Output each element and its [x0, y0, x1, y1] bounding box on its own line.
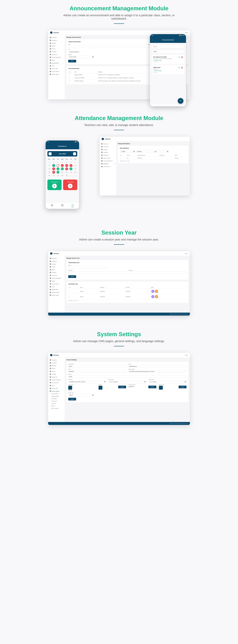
file-chooser[interactable]: Choose File No file chosen	[68, 51, 80, 52]
cal-day[interactable]: 30	[52, 161, 56, 164]
name-input[interactable]	[68, 266, 107, 269]
sidebar-item[interactable]: Announcement	[48, 381, 65, 384]
sidebar-item-dashboard[interactable]: Dashboard	[48, 36, 65, 39]
cal-day-present[interactable]: 17	[70, 168, 72, 170]
sidebar-item[interactable]: Holiday List	[100, 154, 116, 156]
sidebar-item[interactable]: Academics	[48, 362, 65, 364]
sidebar-item-session[interactable]: Session Year	[48, 288, 65, 291]
prev-month-button[interactable]: ‹	[49, 152, 52, 155]
tz-select[interactable]: Asia/Kolkata - GMT +05:30 - India Time	[68, 380, 106, 383]
start-input[interactable]	[68, 272, 126, 274]
next-month-button[interactable]: ›	[73, 152, 76, 155]
cal-day[interactable]: 25	[74, 171, 77, 174]
sidebar-item[interactable]: Exam	[48, 285, 65, 288]
sidebar-item[interactable]: Academics	[100, 145, 116, 148]
sidebar-item-announcement[interactable]: Announcement ✓	[48, 62, 65, 64]
sidebar-item[interactable]: Parents	[48, 268, 65, 271]
schoolname-input[interactable]	[68, 365, 126, 368]
cal-day-absent[interactable]: 16	[65, 168, 68, 170]
attachment-link[interactable]: 1 Attachment(s)	[153, 70, 182, 71]
announcement-card[interactable]: ✎ 🗑 live classes for maths live classes …	[152, 55, 184, 64]
cal-day[interactable]: 24	[69, 171, 73, 174]
nav-assign[interactable]	[61, 204, 64, 208]
sidebar-item-settings[interactable]: System Settings	[48, 70, 65, 73]
sidebar-item[interactable]: Student Assignment	[48, 378, 65, 381]
delete-icon[interactable]: 🗑	[181, 56, 183, 58]
subject-dropdown[interactable]: Maths⌄	[152, 50, 184, 54]
cal-day[interactable]: 5	[48, 164, 51, 167]
attachment-link[interactable]: 1 Attachment(s)	[153, 60, 182, 61]
sidebar-item-students[interactable]: Students	[48, 42, 65, 44]
sidebar-item[interactable]: Academics	[48, 260, 65, 262]
sidebar-item[interactable]: Holiday List	[48, 274, 65, 277]
sidebar-item-holiday[interactable]: Holiday List	[48, 53, 65, 56]
cal-day[interactable]: 29	[60, 174, 64, 177]
user-badge[interactable]: Super	[185, 354, 188, 356]
sidebar-item-settings[interactable]: System Settings	[48, 390, 65, 392]
cal-day[interactable]: 1	[60, 161, 64, 164]
sidebar-item[interactable]: Exam	[48, 384, 65, 387]
sidebar-sub-item[interactable]: Terms & Condition	[48, 407, 65, 410]
theme-swatch[interactable]	[68, 386, 72, 390]
sidebar-sub-item[interactable]: General Settings	[48, 392, 65, 395]
sidebar-sub-item[interactable]: Contact Us	[48, 402, 65, 405]
cal-day-today[interactable]: 7	[56, 164, 59, 167]
cal-day[interactable]: 31	[56, 161, 60, 164]
title-input[interactable]	[68, 46, 146, 48]
sidebar-item-sliders[interactable]: Sliders	[48, 59, 65, 62]
cal-day[interactable]: 19	[48, 171, 51, 174]
datefmt-select[interactable]: d-m-Y - 01-12-2022	[108, 380, 146, 383]
sidebar-item-attendance[interactable]: Attendance ✓	[100, 162, 116, 165]
user-badge[interactable]: Super	[185, 32, 188, 33]
timefmt-select[interactable]: h:i a - 10:30 am	[149, 380, 186, 383]
email-input[interactable]	[129, 365, 186, 368]
sidebar-item[interactable]: Session Year	[48, 387, 65, 390]
cal-day-present[interactable]: 6	[52, 164, 55, 167]
sidebar-item[interactable]: Announcement	[100, 165, 116, 168]
cal-day-absent[interactable]: 10	[70, 164, 72, 167]
announcement-card[interactable]: ✎ 🗑 maths rules maths rules 1 Attachment…	[152, 65, 184, 74]
sidebar-item-update[interactable]: System Update	[48, 73, 65, 76]
submit-button[interactable]: Submit	[68, 398, 76, 400]
edit-icon[interactable]: ✎	[178, 66, 180, 68]
sidebar-item[interactable]: Students	[48, 262, 65, 266]
end-input[interactable]	[129, 272, 186, 274]
submit-button[interactable]: Submit	[68, 275, 76, 278]
cal-day-present[interactable]: 21	[56, 171, 59, 174]
sidebar-sub-item[interactable]: Privacy Policy	[48, 400, 65, 402]
sidebar-item[interactable]: Dashboard	[100, 142, 116, 145]
cal-day[interactable]: 3	[69, 161, 73, 164]
cal-day[interactable]: 1	[69, 174, 73, 177]
sidebar-item-assignment[interactable]: Student Assignment	[48, 56, 65, 59]
sidebar-item[interactable]: Teacher	[48, 367, 65, 370]
sidebar-item[interactable]: System Update	[48, 294, 65, 297]
sidebar-item-teacher[interactable]: Teacher	[48, 44, 65, 48]
sidebar-sub-item[interactable]: FCM Settings	[48, 398, 65, 400]
phone-input[interactable]	[68, 370, 126, 372]
cal-day-absent[interactable]: 13	[52, 168, 55, 170]
cal-day[interactable]: 30	[65, 174, 69, 177]
back-icon[interactable]: ←	[48, 145, 49, 147]
table-row[interactable]: 1 36 2022-23#1 Divy Jani	[120, 156, 186, 160]
sidebar-item[interactable]: Subject Lesson	[100, 156, 116, 160]
upload-button[interactable]: Upload	[179, 386, 186, 388]
tagline-input[interactable]	[129, 370, 186, 372]
sidebar-item[interactable]: Timetable	[100, 151, 116, 154]
sidebar-item[interactable]: Timetable	[48, 271, 65, 274]
table-row[interactable]: 22022-2301-06-202230-04-2023 ✎🗑	[68, 294, 186, 299]
cal-day[interactable]: 2	[74, 174, 77, 177]
cal-day[interactable]: 29	[48, 161, 51, 164]
cal-day-absent[interactable]: 20	[52, 171, 55, 174]
cal-day-present[interactable]: 14	[56, 168, 59, 170]
cal-day-absent[interactable]: 9	[65, 164, 68, 167]
sidebar-item[interactable]: Holiday List	[48, 376, 65, 378]
class-dropdown[interactable]: 10 - A⌄	[152, 45, 184, 48]
type-select[interactable]: Type	[153, 150, 169, 153]
cal-day[interactable]: 28	[56, 174, 60, 177]
sidebar-sub-item[interactable]: About Us	[48, 405, 65, 407]
sidebar-item[interactable]: Parents	[48, 370, 65, 373]
sidebar-item[interactable]: Students	[48, 364, 65, 367]
sidebar-item[interactable]: Teacher	[48, 266, 65, 268]
class-select[interactable]: 6 - English	[120, 150, 135, 153]
cal-day[interactable]: 18	[74, 168, 77, 170]
